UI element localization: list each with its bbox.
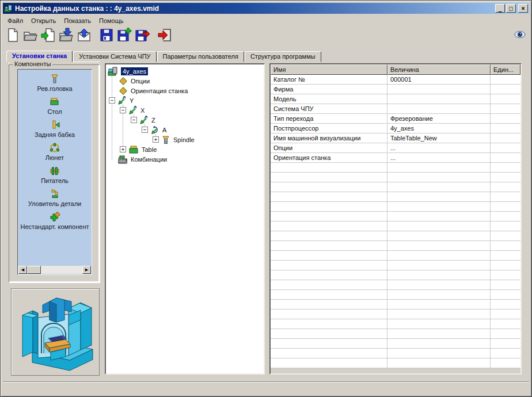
table-row-empty[interactable] (271, 349, 520, 358)
tree-item-axis-z[interactable]: − Z (106, 115, 264, 125)
table-row[interactable]: Модель (271, 94, 520, 104)
maximize-button[interactable]: □ (506, 4, 516, 13)
table-row-empty[interactable] (271, 212, 520, 222)
component-turret-head[interactable]: Рев.головка (18, 70, 92, 95)
table-row[interactable]: Система ЧПУ (271, 104, 520, 114)
tree-item-machine-orientation[interactable]: Ориентация станка (106, 86, 264, 96)
scrollbar-thumb[interactable] (27, 266, 41, 274)
send-mail-button[interactable] (76, 27, 92, 43)
components-horizontal-scrollbar[interactable]: ◀ ▶ (18, 266, 91, 274)
save-button[interactable] (98, 27, 115, 43)
table-row-empty[interactable] (271, 261, 520, 270)
property-value-cell[interactable]: 000001 (387, 75, 491, 84)
menu-show[interactable]: Показать (60, 16, 96, 25)
component-part-catcher[interactable]: Уловитель детали (18, 187, 92, 210)
table-row-empty[interactable] (271, 310, 520, 319)
tree-item-axis-y[interactable]: − Y (106, 96, 264, 105)
tree-item-axis-x[interactable]: − X (106, 105, 264, 115)
minimize-button[interactable]: _ (495, 4, 505, 13)
scroll-right-arrow-icon[interactable]: ▶ (82, 266, 91, 274)
table-row-empty[interactable] (271, 251, 520, 261)
menu-file[interactable]: Файл (4, 16, 28, 25)
table-row-empty[interactable] (271, 270, 520, 280)
table-row-empty[interactable] (271, 329, 520, 339)
table-row[interactable]: Тип перехода Фрезерование (271, 114, 520, 124)
machine-tree-panel[interactable]: 4y_axes Опции Ориентация станка − (105, 63, 265, 375)
empty-cell (491, 182, 520, 192)
table-row-empty[interactable] (271, 182, 520, 192)
table-row-empty[interactable] (271, 290, 520, 300)
load-into-folder-button[interactable] (58, 27, 74, 43)
menu-open[interactable]: Открыть (28, 16, 60, 25)
property-value-cell[interactable] (387, 94, 491, 104)
table-row-empty[interactable] (271, 222, 520, 231)
property-value-cell[interactable] (387, 85, 491, 94)
tab-cnc-system-settings[interactable]: Установки Система ЧПУ (73, 51, 156, 62)
table-row-empty[interactable] (271, 231, 520, 241)
table-row[interactable]: Фирма (271, 85, 520, 94)
column-header-unit[interactable]: Един... (491, 64, 520, 75)
properties-table-body: Каталог № 000001 Фирма Модель Система ЧП… (271, 75, 520, 368)
tab-program-structure[interactable]: Структура программы (245, 51, 321, 62)
save-export-button[interactable] (134, 27, 150, 43)
scrollbar-track[interactable] (27, 266, 82, 274)
menu-help[interactable]: Помощь (96, 16, 128, 25)
table-row-empty[interactable] (271, 339, 520, 349)
collapse-expander-icon[interactable]: − (142, 127, 148, 133)
exit-button[interactable] (157, 27, 173, 43)
properties-table-header: Имя Величина Един... (271, 64, 520, 75)
tree-item-combinations[interactable]: Комбинации (106, 154, 264, 164)
tree-item-table[interactable]: + Table (106, 144, 264, 154)
components-list[interactable]: Рев.головка Стол Задняя бабка (17, 69, 92, 275)
property-value-cell[interactable] (387, 104, 491, 113)
open-folder-button[interactable] (22, 27, 39, 43)
table-row-empty[interactable] (271, 300, 520, 310)
machine-preview-panel (11, 288, 100, 376)
table-row-empty[interactable] (271, 173, 520, 182)
component-table[interactable]: Стол (18, 95, 92, 118)
table-row-empty[interactable] (271, 163, 520, 173)
property-value-cell[interactable]: ... (387, 143, 491, 152)
collapse-expander-icon[interactable]: − (131, 117, 137, 123)
component-custom[interactable]: Нестандарт. компонент (18, 210, 92, 233)
table-row-empty[interactable] (271, 319, 520, 329)
tree-item-4y-axes[interactable]: 4y_axes (106, 66, 264, 76)
column-header-value[interactable]: Величина (387, 64, 491, 75)
expand-expander-icon[interactable]: + (153, 136, 159, 143)
table-row-empty[interactable] (271, 192, 520, 202)
titlebar[interactable]: Настройка данных станка : : 4y_axes.vmid… (3, 3, 529, 14)
column-header-name[interactable]: Имя (271, 64, 387, 75)
component-tailstock[interactable]: Задняя бабка (18, 118, 92, 141)
import-document-button[interactable] (40, 27, 56, 43)
property-name-cell: Система ЧПУ (271, 104, 387, 113)
table-row[interactable]: Опции ... (271, 143, 520, 153)
new-document-button[interactable] (5, 27, 21, 43)
property-value-cell[interactable]: ... (387, 153, 491, 162)
table-row[interactable]: Каталог № 000001 (271, 75, 520, 85)
close-button[interactable]: × (518, 4, 528, 13)
property-value-cell[interactable]: TableTable_New (387, 133, 491, 143)
tab-user-parameters[interactable]: Параметры пользователя (157, 51, 244, 62)
tree-item-spindle[interactable]: + Spindle (106, 135, 264, 144)
table-row-empty[interactable] (271, 280, 520, 290)
tree-item-axis-a[interactable]: − A (106, 125, 264, 135)
empty-cell (271, 319, 387, 329)
table-row-empty[interactable] (271, 202, 520, 212)
collapse-expander-icon[interactable]: − (120, 107, 126, 113)
component-feeder[interactable]: Питатель (18, 164, 92, 187)
table-row-empty[interactable] (271, 241, 520, 251)
property-value-cell[interactable]: Фрезерование (387, 114, 491, 123)
expand-expander-icon[interactable]: + (120, 146, 126, 152)
view-toggle-button[interactable] (513, 29, 527, 40)
table-row[interactable]: Имя машинной визуализации TableTable_New (271, 133, 520, 143)
table-row-empty[interactable] (271, 358, 520, 368)
table-row[interactable]: Постпроцессор 4y_axes (271, 124, 520, 133)
save-new-button[interactable] (116, 27, 132, 43)
tree-item-options[interactable]: Опции (106, 76, 264, 86)
table-row[interactable]: Ориентация станка ... (271, 153, 520, 163)
component-steady-rest[interactable]: Люнет (18, 141, 92, 164)
component-label: Уловитель детали (28, 200, 82, 207)
collapse-expander-icon[interactable]: − (109, 97, 115, 104)
property-value-cell[interactable]: 4y_axes (387, 124, 491, 133)
scroll-left-arrow-icon[interactable]: ◀ (18, 266, 27, 274)
